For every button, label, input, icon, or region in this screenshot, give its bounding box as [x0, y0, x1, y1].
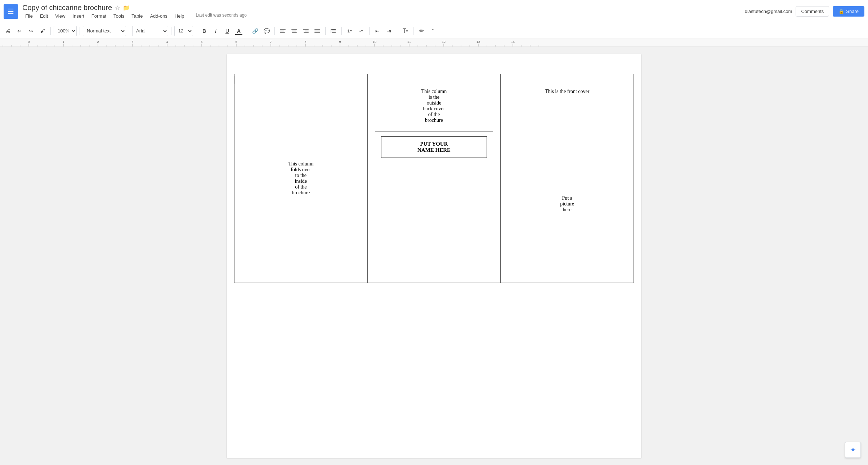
menu-item-format[interactable]: Format	[89, 13, 109, 19]
app-menu-button[interactable]: ☰	[4, 4, 18, 19]
svg-rect-14	[332, 32, 336, 33]
document-area[interactable]: This column folds over to the inside of …	[0, 47, 868, 465]
brochure-col3[interactable]: This is the front cover Put a picture he…	[501, 74, 634, 283]
floating-icon: ✦	[850, 446, 856, 454]
svg-text:11: 11	[407, 40, 411, 44]
svg-rect-11	[314, 32, 320, 33]
underline-button[interactable]: U	[222, 26, 232, 36]
svg-rect-2	[280, 32, 285, 33]
separator-12	[413, 27, 413, 35]
brochure-col1[interactable]: This column folds over to the inside of …	[234, 74, 368, 283]
top-right-actions: dlastutech@gmail.com Comments 🔒 Share	[745, 6, 864, 17]
undo-button[interactable]: ↩	[14, 26, 24, 36]
paint-format-button[interactable]: 🖌	[37, 26, 48, 36]
menu-item-tools[interactable]: Tools	[111, 13, 127, 19]
svg-text:2: 2	[97, 40, 99, 44]
svg-text:5: 5	[201, 40, 202, 44]
separator-9	[341, 27, 342, 35]
col3-top-text-container: This is the front cover	[508, 89, 626, 94]
doc-title-area: Copy of chiccarine brochure ☆ 📁 File Edi…	[22, 4, 738, 19]
svg-rect-3	[291, 29, 297, 30]
ruler-inner: -101234567891011121314	[0, 39, 868, 46]
comment-button[interactable]: 💬	[261, 26, 272, 36]
align-right-button[interactable]	[301, 26, 311, 36]
lock-icon: 🔒	[838, 9, 844, 14]
separator-1	[50, 27, 51, 35]
separator-2	[80, 27, 80, 35]
separator-8	[325, 27, 326, 35]
svg-text:9: 9	[339, 40, 341, 44]
svg-text:1: 1	[62, 40, 64, 44]
menu-item-edit[interactable]: Edit	[37, 13, 51, 19]
col3-top-text: This is the front cover	[545, 89, 590, 94]
font-select[interactable]: Arial	[132, 26, 168, 36]
zoom-select[interactable]: 100%	[54, 26, 77, 36]
svg-rect-5	[292, 32, 297, 33]
cell-divider	[375, 131, 493, 132]
col1-text: This column folds over to the inside of …	[242, 161, 360, 196]
folder-icon[interactable]: 📁	[123, 4, 130, 11]
separator-10	[369, 27, 370, 35]
share-button[interactable]: 🔒 Share	[833, 6, 864, 17]
comments-button[interactable]: Comments	[796, 6, 829, 17]
menu-item-view[interactable]: View	[52, 13, 68, 19]
toolbar: 🖨 ↩ ↪ 🖌 100% Normal text Arial 12 B I U …	[0, 23, 868, 39]
svg-text:6: 6	[235, 40, 237, 44]
separator-4	[171, 27, 171, 35]
link-button[interactable]: 🔗	[250, 26, 260, 36]
hamburger-icon: ☰	[8, 7, 14, 16]
clear-format-button[interactable]: Tx	[400, 26, 410, 36]
svg-rect-12	[332, 29, 336, 30]
brochure-col2[interactable]: This column is the outside back cover of…	[367, 74, 501, 283]
pen-tool-button[interactable]: ✏	[416, 26, 426, 36]
menu-item-insert[interactable]: Insert	[70, 13, 87, 19]
menu-item-addons[interactable]: Add-ons	[147, 13, 170, 19]
separator-7	[274, 27, 275, 35]
indent-increase-button[interactable]: ⇥	[384, 26, 394, 36]
star-icon[interactable]: ☆	[115, 4, 120, 11]
svg-text:12: 12	[442, 40, 446, 44]
svg-text:14: 14	[511, 40, 515, 44]
svg-rect-7	[305, 31, 309, 31]
doc-title[interactable]: Copy of chiccarine brochure	[22, 4, 112, 12]
numbered-list-button[interactable]: 1≡	[345, 26, 355, 36]
align-center-button[interactable]	[289, 26, 299, 36]
line-spacing-button[interactable]	[328, 26, 339, 36]
italic-button[interactable]: I	[211, 26, 221, 36]
svg-text:7: 7	[270, 40, 272, 44]
svg-text:4: 4	[166, 40, 168, 44]
text-color-button[interactable]: A	[234, 26, 244, 36]
col2-top-text: This column is the outside back cover of…	[375, 89, 493, 123]
svg-rect-4	[292, 31, 296, 31]
separator-3	[129, 27, 129, 35]
brochure-row: This column folds over to the inside of …	[234, 74, 634, 283]
redo-button[interactable]: ↪	[26, 26, 36, 36]
col2-top-text-container: This column is the outside back cover of…	[375, 89, 493, 127]
menu-item-help[interactable]: Help	[172, 13, 187, 19]
collapse-toolbar-button[interactable]: ⌃	[428, 26, 438, 36]
last-edit-status: Last edit was seconds ago	[196, 13, 247, 19]
print-button[interactable]: 🖨	[3, 26, 13, 36]
top-bar: ☰ Copy of chiccarine brochure ☆ 📁 File E…	[0, 0, 868, 23]
indent-decrease-button[interactable]: ⇤	[372, 26, 382, 36]
svg-text:13: 13	[476, 40, 480, 44]
name-box[interactable]: PUT YOUR NAME HERE	[381, 136, 487, 158]
text-color-underline	[235, 34, 242, 35]
menu-item-file[interactable]: File	[22, 13, 36, 19]
bold-button[interactable]: B	[199, 26, 209, 36]
style-select[interactable]: Normal text	[83, 26, 126, 36]
user-email[interactable]: dlastutech@gmail.com	[745, 9, 792, 14]
col3-bottom-text: Put a picture here	[560, 195, 574, 212]
svg-text:0: 0	[28, 40, 30, 44]
floating-assistant-button[interactable]: ✦	[845, 442, 861, 458]
text-color-a: A	[237, 28, 241, 34]
fontsize-select[interactable]: 12	[174, 26, 193, 36]
menu-item-table[interactable]: Table	[129, 13, 146, 19]
align-left-button[interactable]	[278, 26, 288, 36]
bullet-list-button[interactable]: •≡	[356, 26, 366, 36]
svg-text:8: 8	[304, 40, 306, 44]
svg-rect-9	[314, 29, 320, 30]
svg-rect-0	[280, 29, 286, 30]
align-justify-button[interactable]	[312, 26, 322, 36]
svg-rect-13	[332, 31, 336, 31]
